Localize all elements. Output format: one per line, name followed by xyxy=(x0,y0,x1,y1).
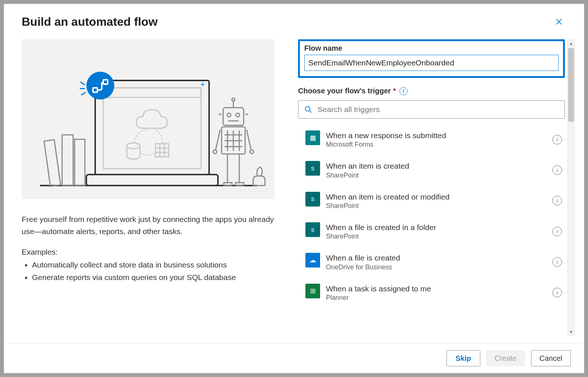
trigger-info-icon[interactable]: i xyxy=(552,288,562,297)
svg-text:+: + xyxy=(200,80,205,89)
svg-point-41 xyxy=(250,150,254,154)
svg-rect-44 xyxy=(224,183,232,186)
trigger-source: OneDrive for Business xyxy=(326,263,544,271)
trigger-item[interactable]: ▦When a new response is submittedMicroso… xyxy=(298,127,565,157)
example-item: Generate reports via custom queries on y… xyxy=(32,272,275,284)
info-icon[interactable]: i xyxy=(399,87,408,95)
illustration: + xyxy=(22,39,275,199)
trigger-title: When a task is assigned to me xyxy=(326,284,544,294)
close-button[interactable] xyxy=(552,14,566,29)
trigger-item[interactable]: ☁When a file is createdOneDrive for Busi… xyxy=(298,249,565,280)
flow-name-input[interactable] xyxy=(304,55,559,71)
description-block: Free yourself from repetitive work just … xyxy=(22,213,275,284)
trigger-item[interactable]: sWhen an item is createdSharePointi xyxy=(298,157,565,188)
trigger-source: SharePoint xyxy=(326,202,544,210)
trigger-info-icon[interactable]: i xyxy=(552,196,562,205)
scroll-up-arrow[interactable]: ▴ xyxy=(567,39,575,47)
svg-rect-7 xyxy=(86,175,218,186)
trigger-source: SharePoint xyxy=(326,172,544,179)
connector-icon: ☁ xyxy=(305,253,320,268)
required-mark: * xyxy=(393,87,396,95)
trigger-info-icon[interactable]: i xyxy=(552,165,562,175)
trigger-text: When an item is createdSharePoint xyxy=(326,161,544,179)
scroll-down-arrow[interactable]: ▾ xyxy=(567,328,575,336)
modal-dialog: Build an automated flow xyxy=(4,4,584,373)
flow-name-label: Flow name xyxy=(304,44,559,53)
trigger-search-input[interactable] xyxy=(318,105,559,114)
cancel-button[interactable]: Cancel xyxy=(531,350,571,366)
trigger-text: When an item is created or modifiedShare… xyxy=(326,192,544,210)
skip-button[interactable]: Skip xyxy=(447,350,480,366)
trigger-title: When a file is created in a folder xyxy=(326,222,544,233)
svg-line-19 xyxy=(80,82,85,85)
trigger-search-box[interactable] xyxy=(298,100,565,119)
svg-point-28 xyxy=(232,98,235,101)
trigger-list: ▦When a new response is submittedMicroso… xyxy=(298,127,565,310)
trigger-title: When an item is created or modified xyxy=(326,192,544,202)
trigger-item[interactable]: ⊞When a task is assigned to mePlanneri xyxy=(298,280,565,310)
trigger-label-text: Choose your flow's trigger xyxy=(298,87,391,95)
svg-line-38 xyxy=(216,130,220,150)
trigger-item[interactable]: sWhen a file is created in a folderShare… xyxy=(298,219,565,249)
svg-rect-11 xyxy=(155,144,169,157)
svg-rect-5 xyxy=(75,139,85,186)
trigger-label: Choose your flow's trigger * xyxy=(298,87,396,95)
svg-rect-4 xyxy=(62,135,73,186)
svg-point-10 xyxy=(127,143,140,149)
right-inner: Flow name Choose your flow's trigger * i… xyxy=(298,39,575,336)
svg-point-46 xyxy=(305,107,310,111)
connector-icon: s xyxy=(305,161,320,176)
connector-icon: s xyxy=(305,192,320,207)
svg-line-39 xyxy=(247,130,251,150)
examples-list: Automatically collect and store data in … xyxy=(22,259,275,284)
connector-icon: ⊞ xyxy=(305,284,320,298)
modal-body: + xyxy=(4,29,584,343)
search-icon xyxy=(304,105,312,114)
trigger-source: SharePoint xyxy=(326,233,544,240)
trigger-title: When a new response is submitted xyxy=(326,130,544,141)
right-column: Flow name Choose your flow's trigger * i… xyxy=(298,39,575,336)
flow-name-highlight: Flow name xyxy=(298,39,565,78)
close-icon xyxy=(555,18,563,26)
svg-line-21 xyxy=(81,92,86,95)
left-column: + xyxy=(22,39,275,336)
trigger-info-icon[interactable]: i xyxy=(552,257,562,267)
example-item: Automatically collect and store data in … xyxy=(32,259,275,271)
svg-point-25 xyxy=(236,113,240,117)
trigger-title: When a file is created xyxy=(326,253,544,263)
trigger-title: When an item is created xyxy=(326,161,544,171)
scroll-thumb[interactable] xyxy=(568,48,574,122)
svg-rect-23 xyxy=(223,108,244,125)
svg-point-40 xyxy=(213,150,217,154)
trigger-source: Microsoft Forms xyxy=(326,141,544,148)
create-button[interactable]: Create xyxy=(486,350,525,366)
trigger-text: When a file is createdOneDrive for Busin… xyxy=(326,253,544,271)
trigger-item[interactable]: sWhen an item is created or modifiedShar… xyxy=(298,188,565,219)
connector-icon: s xyxy=(305,222,320,237)
description-text: Free yourself from repetitive work just … xyxy=(22,213,275,237)
svg-rect-6 xyxy=(95,80,209,175)
trigger-text: When a new response is submittedMicrosof… xyxy=(326,130,544,148)
trigger-text: When a task is assigned to mePlanner xyxy=(326,284,544,302)
trigger-header: Choose your flow's trigger * i xyxy=(298,87,565,95)
examples-label: Examples: xyxy=(22,246,275,258)
trigger-text: When a file is created in a folderShareP… xyxy=(326,222,544,240)
trigger-source: Planner xyxy=(326,294,544,302)
modal-footer: Skip Create Cancel xyxy=(4,343,584,373)
svg-rect-9 xyxy=(103,88,201,97)
svg-rect-45 xyxy=(236,183,244,186)
svg-point-16 xyxy=(86,72,114,100)
svg-rect-3 xyxy=(44,140,61,186)
connector-icon: ▦ xyxy=(305,130,320,145)
modal-header: Build an automated flow xyxy=(4,4,584,29)
svg-line-47 xyxy=(309,111,312,113)
svg-point-24 xyxy=(227,113,231,117)
scrollbar[interactable]: ▴ ▾ xyxy=(567,39,575,336)
trigger-info-icon[interactable]: i xyxy=(552,135,562,144)
modal-title: Build an automated flow xyxy=(22,15,158,29)
trigger-info-icon[interactable]: i xyxy=(552,227,562,236)
